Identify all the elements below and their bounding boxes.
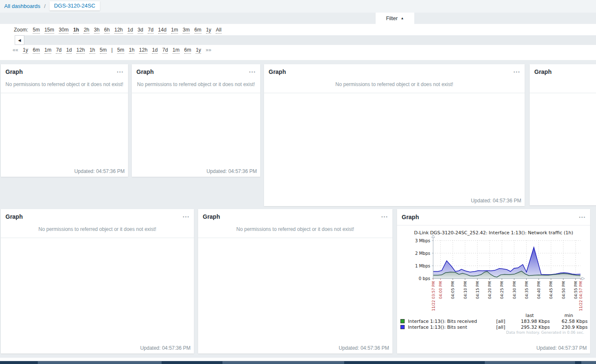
received-series-swatch (400, 319, 405, 323)
time-scrollbar: ◀ (0, 35, 596, 45)
svg-text:04:45 PM: 04:45 PM (549, 281, 553, 299)
no-permission-message: No permissions to referred object or it … (198, 224, 392, 238)
legend-last-value: 295.32 Kbps (510, 325, 550, 330)
taskbar-button[interactable] (222, 361, 344, 364)
time-scrollbar-track[interactable] (15, 35, 596, 45)
taskbar-button[interactable] (38, 361, 162, 364)
graph-widget-2: Graph••• No permissions to referred obje… (132, 64, 260, 177)
widget-title: Graph (5, 68, 23, 75)
breadcrumb-all-dashboards[interactable]: All dashboards (4, 3, 40, 9)
time-zoom-link[interactable]: 12h (114, 27, 123, 34)
time-shift-link[interactable]: 12h (76, 47, 85, 54)
time-zoom-link[interactable]: 7d (148, 27, 153, 34)
time-shift-link[interactable]: 1m (44, 47, 52, 54)
svg-text:11/22 03:57 PM: 11/22 03:57 PM (431, 281, 436, 311)
graph-widget-3: Graph••• No permissions to referred obje… (264, 64, 525, 206)
breadcrumb-current-dashboard[interactable]: DGS-3120-24SC (50, 1, 100, 10)
svg-text:3 Mbps: 3 Mbps (415, 238, 430, 243)
time-zoom-link[interactable]: 1d (128, 27, 133, 34)
time-shift-link[interactable]: 5m (117, 47, 124, 54)
network-traffic-chart: D-Link DGS-3120-24SC_252.42: Interface 1… (397, 226, 590, 317)
time-shift-link[interactable]: 1m (173, 47, 180, 54)
time-zoom-link[interactable]: 1y (206, 27, 212, 34)
no-permission-message: No permissions to referred object or it … (1, 224, 194, 238)
time-shift-link[interactable]: 1h (129, 47, 134, 54)
svg-text:04:00 PM: 04:00 PM (439, 281, 443, 299)
legend-series-scope: [all] (492, 325, 510, 330)
time-zoom-link[interactable]: 6m (194, 27, 201, 34)
time-shift-link[interactable]: 1d (66, 47, 72, 54)
breadcrumb-separator: / (44, 3, 46, 9)
svg-text:04:10 PM: 04:10 PM (463, 281, 468, 299)
widget-menu-icon[interactable]: ••• (117, 70, 124, 74)
legend-row-received: Interface 1:13(): Bits received [all] 18… (400, 318, 588, 324)
time-shift-link[interactable]: 7d (56, 47, 61, 54)
sent-series-swatch (400, 325, 405, 329)
widget-menu-icon[interactable]: ••• (381, 215, 388, 219)
taskbar (0, 361, 596, 364)
time-zoom-link[interactable]: All (216, 27, 221, 34)
taskbar-button[interactable] (581, 361, 596, 364)
time-shift-link[interactable]: 1y (196, 47, 201, 54)
no-permission-message: No permissions to referred object or it … (1, 79, 128, 93)
time-zoom-link[interactable]: 2h (84, 27, 89, 34)
time-shift-separator: | (111, 47, 112, 53)
svg-text:04:55 PM: 04:55 PM (574, 281, 578, 299)
time-zoom-link[interactable]: 15m (44, 27, 54, 34)
time-zoom-link[interactable]: 30m (59, 27, 68, 34)
time-shift-link[interactable]: 7d (162, 47, 168, 54)
time-shift-link[interactable]: 1d (152, 47, 157, 54)
svg-text:04:40 PM: 04:40 PM (537, 281, 541, 299)
browser-bottom-strip (0, 358, 596, 361)
graph-widget-1: Graph••• No permissions to referred obje… (1, 64, 128, 177)
legend-series-scope: [all] (492, 319, 510, 324)
time-shift-link[interactable]: 6m (184, 47, 191, 54)
time-shift-link[interactable]: 6m (33, 47, 40, 54)
time-zoom-link[interactable]: 3h (94, 27, 99, 34)
time-zoom-link[interactable]: 1h (73, 27, 79, 34)
legend-header-row: last min (400, 312, 588, 318)
widget-menu-icon[interactable]: ••• (249, 70, 256, 74)
no-permission-message: No permissions to referred object or it … (264, 79, 525, 93)
taskbar-button[interactable] (485, 361, 575, 364)
svg-text:04:35 PM: 04:35 PM (525, 281, 529, 299)
breadcrumb: All dashboards / DGS-3120-24SC (4, 1, 100, 10)
legend-header-last: last (510, 313, 550, 318)
time-zoom-link[interactable]: 5m (33, 27, 40, 34)
left-arrow-icon: ◀ (18, 38, 21, 42)
svg-text:04:30 PM: 04:30 PM (512, 281, 517, 299)
chart-legend: last min Interface 1:13(): Bits received… (400, 312, 588, 330)
widget-updated-timestamp: Updated: 04:57:36 PM (207, 168, 257, 174)
svg-text:1 Mbps: 1 Mbps (415, 264, 430, 268)
widget-title: Graph (203, 213, 220, 220)
time-zoom-link[interactable]: 3m (183, 27, 190, 34)
widget-menu-icon[interactable]: ••• (513, 70, 520, 74)
time-controls: Zoom: 5m15m30m1h2h3h6h12h1d3d7d14d1m3m6m… (0, 24, 596, 60)
legend-series-name: Interface 1:13(): Bits sent (408, 325, 492, 330)
graph-widget-4-clipped: Graph••• No permissions to referred obje… (530, 64, 596, 205)
time-paging-arrow[interactable]: «« (13, 47, 18, 54)
filter-toggle-button[interactable]: Filter ▲ (376, 13, 414, 24)
time-paging-arrow[interactable]: »» (206, 47, 211, 54)
no-permission-message: No permissions to referred object or it … (530, 79, 596, 93)
time-zoom-link[interactable]: 14d (158, 27, 167, 34)
zoom-links-row: Zoom: 5m15m30m1h2h3h6h12h1d3d7d14d1m3m6m… (14, 27, 222, 34)
legend-series-name: Interface 1:13(): Bits received (408, 319, 492, 324)
widget-menu-icon[interactable]: ••• (183, 215, 190, 219)
widget-title: Graph (402, 214, 419, 220)
time-shift-link[interactable]: 12h (139, 47, 147, 54)
svg-text:2 Mbps: 2 Mbps (415, 251, 430, 256)
time-zoom-link[interactable]: 3d (138, 27, 143, 34)
time-shift-link[interactable]: 1y (23, 47, 28, 54)
legend-last-value: 183.98 Kbps (510, 319, 550, 324)
time-zoom-link[interactable]: 1m (171, 27, 178, 34)
time-shift-link[interactable]: 5m (100, 47, 107, 54)
time-zoom-link[interactable]: 6h (104, 27, 110, 34)
time-shift-link[interactable]: 1h (89, 47, 95, 54)
no-permission-message: No permissions to referred object or it … (132, 79, 260, 93)
widget-menu-icon[interactable]: ••• (579, 215, 586, 220)
scroll-left-button[interactable]: ◀ (15, 35, 24, 45)
legend-min-value: 62.58 Kbps (550, 319, 588, 324)
svg-text:04:15 PM: 04:15 PM (476, 281, 480, 299)
widget-updated-timestamp: Updated: 04:57:36 PM (74, 168, 125, 174)
